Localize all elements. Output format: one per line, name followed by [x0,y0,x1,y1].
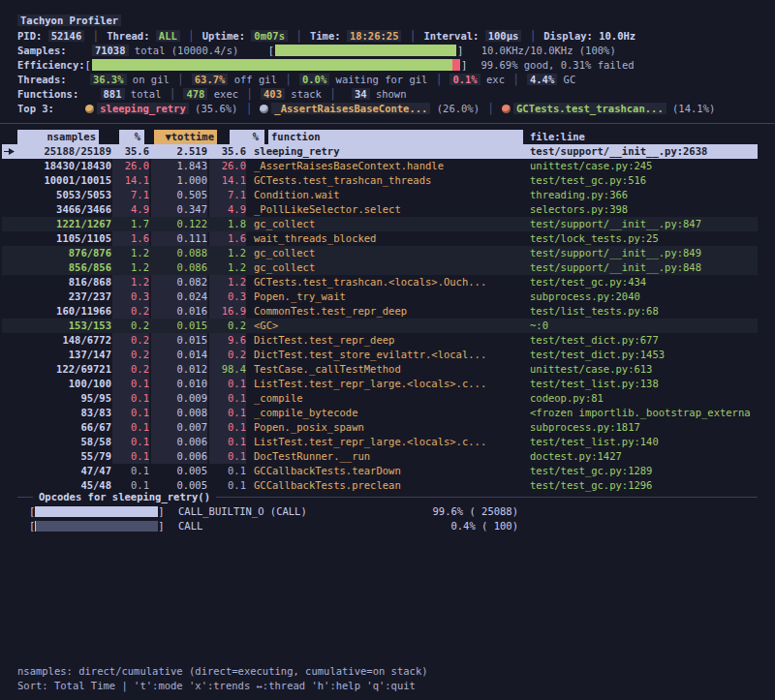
cumulative-percent-cell: 14.1 [209,173,246,188]
column-header-function[interactable]: function [268,130,523,144]
file-line-cell: ~:0 [530,319,548,333]
top3-second-name: _AssertRaisesBaseConte... [271,103,430,114]
samples-bar [275,45,456,56]
opcode-name: CALL [178,520,202,532]
file-line-cell: test/lock_tests.py:25 [530,231,659,246]
cumulative-percent-cell: 0.2 [209,319,246,333]
column-header-tottime-sorted[interactable]: ▼tottime [154,130,217,144]
separator: │ [294,30,303,42]
column-header-cumulative-percent[interactable]: % [230,130,264,144]
function-cell: DocTestRunner.__run [254,449,370,464]
table-row[interactable]: 148/6772 0.2 0.015 9.6 DictTest.test_rep… [0,333,775,348]
percent-cell: 14.1 [112,173,149,188]
samples-total: 71038 [92,45,129,56]
tottime-cell: 0.122 [151,217,207,231]
table-row[interactable]: 3466/3466 4.9 0.347 4.9 _PollLikeSelecto… [0,202,775,217]
percent-cell: 0.1 [112,449,149,464]
file-line-cell: selectors.py:398 [530,202,628,217]
file-line-cell: <frozen importlib._bootstrap_externa [530,406,751,420]
function-cell: _PollLikeSelector.select [254,202,401,217]
threads-waiting-value: 0.0% [299,74,329,85]
pid-value: 52146 [48,30,85,42]
percent-cell: 0.2 [112,348,149,362]
file-line-cell: test/support/__init__.py:848 [530,260,701,275]
opcode-stat: 0.4% ( 100) [417,519,518,533]
right-bracket: ] [457,45,463,56]
table-row[interactable]: 137/147 0.2 0.014 0.2 DictTest.test_stor… [0,348,775,362]
separator: │ [244,103,254,114]
file-line-cell: codeop.py:81 [530,391,604,406]
threads-line: Threads: 36.3% on gil │ 63.7% off gil │ … [17,73,758,87]
cumulative-percent-cell: 16.9 [209,304,246,319]
table-row[interactable]: 153/153 0.2 0.015 0.2 <GC> ~:0 [0,319,775,333]
table-row[interactable]: 5053/5053 7.1 0.505 7.1 Condition.wait t… [0,188,775,202]
file-line-cell: subprocess.py:1817 [530,420,640,435]
tottime-cell: 0.006 [151,449,207,464]
gold-medal-icon [85,105,94,113]
table-row[interactable]: 100/100 0.1 0.010 0.1 ListTest.test_repr… [0,377,775,391]
table-header: nsamples % ▼tottime % function file:line [0,130,775,144]
table-row[interactable]: 66/67 0.1 0.007 0.1 Popen._posix_spawn s… [0,420,775,435]
cumulative-percent-cell: 0.3 [209,289,246,304]
percent-cell: 0.3 [112,289,149,304]
table-row[interactable]: 816/868 1.2 0.082 1.2 GCTests.test_trash… [0,275,775,289]
table-row[interactable]: 876/876 1.2 0.088 1.2 gc_collect test/su… [0,246,775,260]
tottime-cell: 0.505 [151,188,207,202]
table-row[interactable]: 83/83 0.1 0.008 0.1 _compile_bytecode <f… [0,406,775,420]
percent-cell: 0.2 [112,333,149,348]
percent-cell: 35.6 [112,144,149,159]
cumulative-percent-cell: 0.1 [209,406,246,420]
table-row[interactable]: 160/11966 0.2 0.016 16.9 CommonTest.test… [0,304,775,319]
top3-second-pct: (26.0%) [437,103,480,114]
function-cell: Popen._posix_spawn [254,420,364,435]
table-row[interactable]: 95/95 0.1 0.009 0.1 _compile codeop.py:8… [0,391,775,406]
file-line-cell: test/list_tests.py:68 [530,304,659,319]
table-row[interactable]: 856/856 1.2 0.086 1.2 gc_collect test/su… [0,260,775,275]
tottime-cell: 1.843 [151,159,207,173]
column-header-file-line[interactable]: file:line [530,130,585,144]
nsamples-cell: 153/153 [17,319,111,333]
page-title: Tachyon Profiler [17,15,121,26]
functions-shown-label: shown [376,88,407,100]
separator: │ [186,30,196,42]
samples-rate: 10.0KHz/10.0KHz (100%) [481,45,616,56]
table-row[interactable]: 58/58 0.1 0.006 0.1 ListTest.test_repr_l… [0,435,775,449]
threads-off-gil-label: off gil [234,74,277,85]
function-cell: gc_collect [254,217,315,231]
table-row[interactable]: 55/79 0.1 0.006 0.1 DocTestRunner.__run … [0,449,775,464]
function-cell: CommonTest.test_repr_deep [254,304,407,319]
table-row[interactable]: 10001/10015 14.1 1.000 14.1 GCTests.test… [0,173,775,188]
interval-label: Interval: [423,30,479,42]
table-row[interactable]: 25188/25189 35.6 2.519 35.6 sleeping_ret… [0,144,775,159]
samples-line: Samples: 71038 total (10000.4/s) [] 10.0… [17,44,758,58]
column-header-percent[interactable]: % [119,130,144,144]
percent-cell: 1.2 [112,275,149,289]
nsamples-cell: 122/69721 [17,362,111,377]
column-header-nsamples[interactable]: nsamples [17,130,99,144]
nsamples-cell: 856/856 [17,260,111,275]
table-row[interactable]: 1105/1105 1.6 0.111 1.6 wait_threads_blo… [0,231,775,246]
table-row[interactable]: 18430/18430 26.0 1.843 26.0 _AssertRaise… [0,159,775,173]
nsamples-cell: 55/79 [17,449,111,464]
left-bracket: [ [85,59,91,71]
cumulative-percent-cell: 1.8 [209,217,246,231]
file-line-cell: test/test_gc.py:434 [530,275,646,289]
opcode-row: [] CALL_BUILTIN_O (CALL) 99.6% ( 25088) [29,504,758,519]
table-row[interactable]: 122/69721 0.2 0.012 98.4 TestCase._callT… [0,362,775,377]
file-line-cell: unittest/case.py:613 [530,362,652,377]
title-line: Tachyon Profiler [17,14,758,28]
opcode-stat: 99.6% ( 25088) [417,504,518,519]
table-row[interactable]: 237/237 0.3 0.024 0.3 Popen._try_wait su… [0,289,775,304]
left-bracket: [ [268,45,274,56]
functions-exec-label: exec [214,88,238,100]
functions-stack-label: stack [291,88,322,100]
separator: │ [327,88,337,100]
function-cell: GCTests.test_trashcan.<locals>.Ouch... [254,275,486,289]
threads-exc-label: exc [486,74,505,85]
table-row[interactable]: 1221/1267 1.7 0.122 1.8 gc_collect test/… [0,217,775,231]
separator: │ [485,103,495,114]
function-cell: Condition.wait [254,188,340,202]
percent-cell: 0.2 [112,319,149,333]
table-row[interactable]: 47/47 0.1 0.005 0.1 GCCallbackTests.tear… [0,464,775,478]
nsamples-cell: 100/100 [17,377,111,391]
